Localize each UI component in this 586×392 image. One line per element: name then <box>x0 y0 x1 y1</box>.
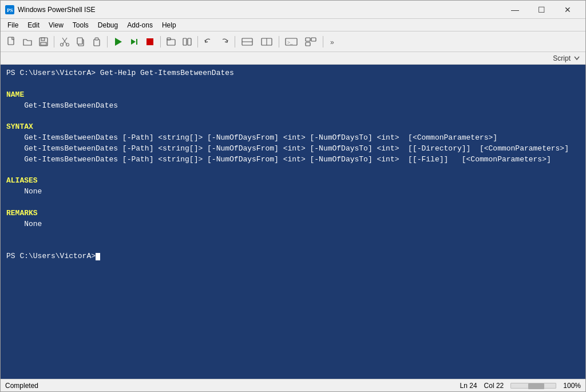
sep4 <box>197 36 198 47</box>
script-label-text: Script <box>553 54 571 62</box>
run-script-button[interactable] <box>110 34 125 49</box>
menu-view[interactable]: View <box>44 20 68 30</box>
line-number: Ln 24 <box>460 382 477 390</box>
status-bar: Completed Ln 24 Col 22 100% <box>1 379 585 391</box>
svg-rect-5 <box>41 42 46 45</box>
svg-rect-20 <box>183 38 187 45</box>
menu-addons[interactable]: Add-ons <box>122 20 157 30</box>
snippet-button[interactable] <box>302 34 320 49</box>
new-tab-button[interactable] <box>164 34 179 49</box>
sep3 <box>160 36 161 47</box>
main-area: PS C:\Users\VictorA> Get-Help Get-ItemsB… <box>1 65 585 379</box>
svg-rect-21 <box>188 38 191 45</box>
sep1 <box>54 36 54 47</box>
new-button[interactable] <box>4 34 19 49</box>
run-selection-button[interactable] <box>126 34 141 49</box>
svg-marker-15 <box>131 39 136 45</box>
sep5 <box>235 36 235 47</box>
svg-marker-14 <box>115 38 122 46</box>
close-button[interactable]: ✕ <box>555 1 581 19</box>
sep7 <box>323 36 323 47</box>
undo-button[interactable] <box>201 34 216 49</box>
svg-rect-12 <box>94 39 100 46</box>
toolbar: >_ » <box>1 31 585 52</box>
col-number: Col 22 <box>484 382 504 390</box>
svg-rect-4 <box>41 38 45 41</box>
console-container: PS C:\Users\VictorA> Get-Help Get-ItemsB… <box>1 65 585 379</box>
open-command-button[interactable]: >_ <box>282 34 300 49</box>
script-label: Script <box>553 54 581 62</box>
stop-button[interactable] <box>142 34 157 49</box>
maximize-button[interactable]: ☐ <box>528 1 555 19</box>
svg-rect-29 <box>311 38 316 41</box>
window-controls: — ☐ ✕ <box>502 1 581 19</box>
sep2 <box>107 36 108 47</box>
chevron-down-icon <box>573 54 581 62</box>
svg-rect-13 <box>95 38 98 40</box>
svg-rect-30 <box>306 42 310 46</box>
status-text: Completed <box>5 382 460 390</box>
menu-edit[interactable]: Edit <box>23 20 44 30</box>
toggle-console-pane-button[interactable] <box>258 34 276 49</box>
sep6 <box>279 36 279 47</box>
svg-rect-28 <box>306 38 310 41</box>
svg-text:>_: >_ <box>287 39 293 45</box>
copy-button[interactable] <box>73 34 88 49</box>
more-button[interactable]: » <box>326 34 341 49</box>
zoom-level: 100% <box>563 382 581 390</box>
svg-rect-17 <box>146 38 153 45</box>
prompt-line: PS C:\Users\VictorA> Get-Help Get-ItemsB… <box>6 69 569 260</box>
console-output: PS C:\Users\VictorA> Get-Help Get-ItemsB… <box>1 65 585 379</box>
open-button[interactable] <box>20 34 35 49</box>
svg-rect-19 <box>167 38 171 40</box>
menu-tools[interactable]: Tools <box>68 20 93 30</box>
cut-button[interactable] <box>57 34 72 49</box>
menu-help[interactable]: Help <box>157 20 181 30</box>
app-icon: PS <box>5 5 14 14</box>
scroll-thumb[interactable] <box>528 383 544 389</box>
console-scroll[interactable]: PS C:\Users\VictorA> Get-Help Get-ItemsB… <box>1 65 585 379</box>
redo-button[interactable] <box>217 34 232 49</box>
window-title: Windows PowerShell ISE <box>18 6 502 14</box>
save-button[interactable] <box>36 34 51 49</box>
svg-text:»: » <box>330 38 334 46</box>
toggle-script-pane-button[interactable] <box>238 34 256 49</box>
svg-rect-11 <box>77 38 82 44</box>
split-pane-button[interactable] <box>180 34 195 49</box>
menu-debug[interactable]: Debug <box>93 20 122 30</box>
app-window: PS Windows PowerShell ISE — ☐ ✕ File Edi… <box>0 0 586 392</box>
svg-text:PS: PS <box>7 7 13 13</box>
menu-file[interactable]: File <box>3 20 23 30</box>
script-label-bar: Script <box>1 52 585 65</box>
svg-rect-16 <box>136 39 137 45</box>
menu-bar: File Edit View Tools Debug Add-ons Help <box>1 19 585 31</box>
minimize-button[interactable]: — <box>502 1 528 19</box>
status-scrollbar <box>510 383 556 389</box>
status-right: Ln 24 Col 22 100% <box>460 382 581 390</box>
title-bar: PS Windows PowerShell ISE — ☐ ✕ <box>1 1 585 19</box>
scroll-track[interactable] <box>510 383 556 389</box>
paste-button[interactable] <box>89 34 104 49</box>
svg-rect-2 <box>8 37 14 45</box>
